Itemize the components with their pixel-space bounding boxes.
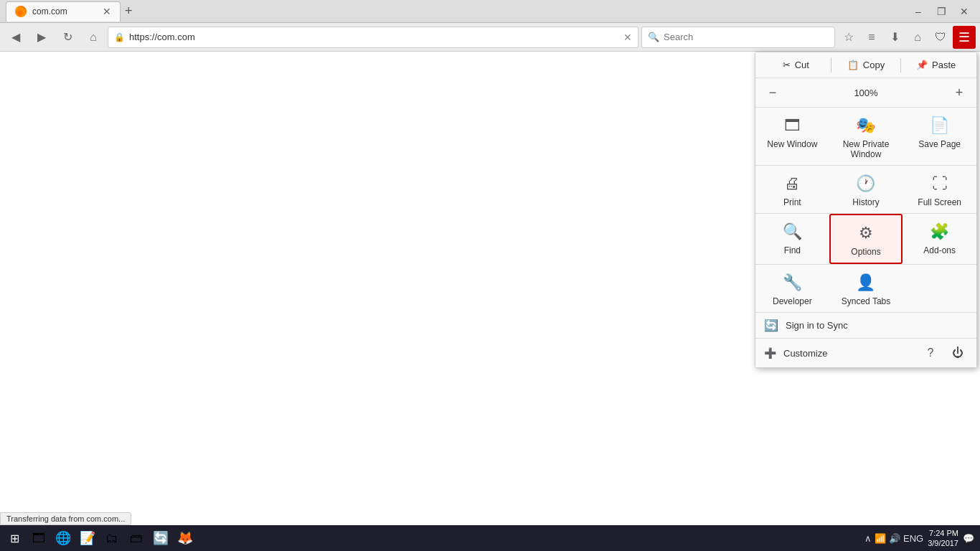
tray-lang[interactable]: ENG (903, 533, 923, 544)
copy-button[interactable]: 📋 Copy (831, 57, 901, 73)
window-controls: – ❐ ✕ (908, 1, 974, 22)
menu-zoom-row: − 100% + (755, 78, 976, 108)
tab-close-button[interactable]: ✕ (103, 6, 111, 17)
cut-icon: ✂ (783, 60, 791, 70)
add-ons-label: Add-ons (923, 245, 956, 255)
menu-item-new-private-window[interactable]: 🎭 New Private Window (829, 108, 903, 165)
print-icon: 🖨 (784, 174, 800, 193)
options-label: Options (851, 247, 880, 257)
synced-tabs-label: Synced Tabs (842, 296, 891, 306)
new-tab-button[interactable]: + (121, 4, 137, 19)
taskbar-icon-evernote[interactable]: 📝 (76, 527, 99, 550)
taskbar-icon-files[interactable]: 🗔 (27, 527, 50, 550)
tray-datetime[interactable]: 7:24 PM 3/9/2017 (928, 528, 958, 549)
shield-button[interactable]: 🛡 (930, 27, 951, 48)
tray-chevron-icon[interactable]: ∧ (864, 533, 872, 544)
nav-icons: ☆ ≡ ⬇ ⌂ 🛡 ☰ (838, 26, 976, 49)
menu-item-full-screen[interactable]: ⛶ Full Screen (903, 166, 976, 213)
forward-button[interactable]: ▶ (30, 26, 53, 49)
tray-notification-icon[interactable]: 💬 (963, 533, 974, 544)
status-text: Transferring data from com.com... (6, 514, 125, 523)
start-button[interactable]: ⊞ (3, 527, 26, 550)
close-button[interactable]: ✕ (954, 1, 974, 22)
url-input[interactable] (129, 32, 619, 42)
find-label: Find (784, 245, 801, 255)
menu-item-save-page[interactable]: 📄 Save Page (903, 108, 976, 165)
menu-item-history[interactable]: 🕐 History (829, 166, 903, 213)
customize-row: ➕ Customize ? ⏻ (755, 339, 976, 367)
new-private-window-icon: 🎭 (856, 116, 875, 135)
customize-icon: ➕ (764, 347, 776, 359)
paste-button[interactable]: 📌 Paste (901, 57, 971, 73)
status-bar: Transferring data from com.com... (0, 512, 131, 525)
taskbar-icon-files2[interactable]: 🗃 (125, 527, 148, 550)
cut-label: Cut (795, 60, 809, 70)
minimize-button[interactable]: – (908, 1, 928, 22)
copy-label: Copy (863, 60, 885, 70)
url-bar[interactable]: 🔒 ✕ (108, 27, 639, 48)
tray-volume-icon[interactable]: 🔊 (889, 533, 900, 544)
menu-item-add-ons[interactable]: 🧩 Add-ons (903, 214, 976, 264)
menu-item-new-window[interactable]: 🗖 New Window (755, 108, 829, 165)
tab-favicon (15, 6, 27, 17)
url-clear-button[interactable]: ✕ (623, 32, 632, 43)
menu-edit-row: ✂ Cut 📋 Copy 📌 Paste (755, 52, 976, 78)
zoom-in-button[interactable]: + (948, 81, 971, 104)
sign-in-sync-row[interactable]: 🔄 Sign in to Sync (755, 313, 976, 339)
paste-icon: 📌 (916, 60, 928, 70)
menu-grid-row3: 🔍 Find ⚙ Options 🧩 Add-ons (755, 214, 976, 265)
sync-icon: 🔄 (764, 319, 778, 332)
taskbar: ⊞ 🗔 🌐 📝 🗂 🗃 🔄 🦊 ∧ 📶 🔊 ENG 7:24 PM 3/9/20… (0, 525, 980, 551)
tray-icons: ∧ 📶 🔊 ENG (864, 533, 923, 544)
search-icon: 🔍 (648, 32, 659, 42)
menu-item-find[interactable]: 🔍 Find (755, 214, 829, 264)
reload-button[interactable]: ↻ (56, 26, 79, 49)
lock-icon: 🔒 (114, 32, 125, 42)
menu-item-developer[interactable]: 🔧 Developer (755, 265, 829, 312)
zoom-out-button[interactable]: − (761, 81, 784, 104)
taskbar-icon-folder[interactable]: 🗂 (100, 527, 123, 550)
empty-cell (903, 265, 976, 312)
menu-grid-row2: 🖨 Print 🕐 History ⛶ Full Screen (755, 166, 976, 214)
full-screen-label: Full Screen (918, 197, 961, 207)
help-button[interactable]: ? (920, 343, 941, 363)
options-icon: ⚙ (859, 224, 873, 242)
new-window-label: New Window (767, 139, 817, 149)
full-screen-icon: ⛶ (932, 174, 948, 193)
taskbar-icon-firefox[interactable]: 🦊 (174, 527, 197, 550)
search-bar[interactable]: 🔍 (641, 27, 835, 48)
taskbar-icon-update[interactable]: 🔄 (149, 527, 172, 550)
history-icon: 🕐 (856, 174, 875, 193)
power-button[interactable]: ⏻ (948, 343, 968, 363)
title-bar: com.com ✕ + – ❐ ✕ (0, 0, 980, 23)
browser-tab[interactable]: com.com ✕ (6, 1, 121, 22)
find-icon: 🔍 (783, 222, 802, 241)
tray-date-text: 3/9/2017 (928, 538, 958, 548)
developer-icon: 🔧 (783, 273, 802, 292)
system-tray: ∧ 📶 🔊 ENG 7:24 PM 3/9/2017 💬 (864, 528, 977, 549)
paste-label: Paste (932, 60, 956, 70)
bookmark-button[interactable]: ☆ (838, 27, 859, 48)
tray-network-icon[interactable]: 📶 (875, 533, 886, 544)
menu-grid-row1: 🗖 New Window 🎭 New Private Window 📄 Save… (755, 108, 976, 166)
home-button[interactable]: ⌂ (82, 26, 105, 49)
menu-item-options[interactable]: ⚙ Options (829, 214, 903, 264)
restore-button[interactable]: ❐ (931, 1, 951, 22)
download-button[interactable]: ⬇ (884, 27, 905, 48)
firefox-menu: ✂ Cut 📋 Copy 📌 Paste − 100% + 🗖 New Wind… (755, 52, 977, 368)
home-nav-button[interactable]: ⌂ (907, 27, 928, 48)
taskbar-icon-chrome[interactable]: 🌐 (52, 527, 75, 550)
add-ons-icon: 🧩 (930, 222, 949, 241)
search-input[interactable] (664, 32, 829, 42)
new-window-icon: 🗖 (784, 116, 800, 135)
reader-button[interactable]: ≡ (861, 27, 882, 48)
sync-label: Sign in to Sync (786, 320, 848, 331)
navigation-bar: ◀ ▶ ↻ ⌂ 🔒 ✕ 🔍 ☆ ≡ ⬇ ⌂ 🛡 ☰ (0, 23, 980, 52)
menu-item-synced-tabs[interactable]: 👤 Synced Tabs (829, 265, 903, 312)
menu-grid-row4: 🔧 Developer 👤 Synced Tabs (755, 265, 976, 313)
hamburger-menu-button[interactable]: ☰ (953, 26, 976, 49)
print-label: Print (783, 197, 801, 207)
back-button[interactable]: ◀ (4, 26, 27, 49)
menu-item-print[interactable]: 🖨 Print (755, 166, 829, 213)
cut-button[interactable]: ✂ Cut (761, 57, 831, 73)
